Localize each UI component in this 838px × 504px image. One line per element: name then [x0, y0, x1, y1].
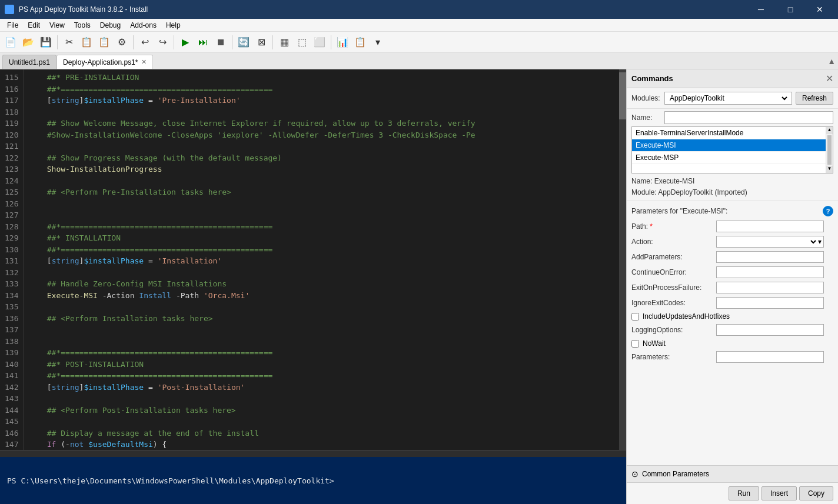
- toolbar-script1[interactable]: 📊: [334, 34, 351, 51]
- cmd-list-scroll[interactable]: ▲ ▼: [826, 127, 833, 173]
- line-numbers: 115 116 117 118 119 120 121 122 123 124 …: [0, 69, 24, 450]
- toolbar-layout2[interactable]: ⬚: [294, 34, 310, 51]
- cmd-scroll-down[interactable]: ▼: [826, 166, 833, 173]
- param-continueonerror-input[interactable]: [716, 266, 824, 278]
- terminal-prompt: PS C:\Users\theje\Documents\WindowsPower…: [7, 476, 334, 485]
- menu-help[interactable]: Help: [161, 20, 185, 31]
- toolbar: 📄 📂 💾 ✂ 📋 📋 ⚙ ↩ ↪ ▶ ⏭ ⏹ 🔄 ⊠ ▦ ⬚ ⬜ 📊 📋 ▾: [0, 32, 838, 53]
- code-content[interactable]: ##* PRE-INSTALLATION ##*================…: [24, 69, 619, 450]
- common-params-chevron: ⊙: [631, 469, 639, 479]
- param-ignoreexitcodes-row: IgnoreExitCodes:: [627, 295, 838, 311]
- cmd-scroll-up[interactable]: ▲: [826, 127, 833, 134]
- content-row: 115 116 117 118 119 120 121 122 123 124 …: [0, 69, 838, 504]
- param-includeupdates-checkbox[interactable]: [631, 313, 639, 321]
- toolbar-open[interactable]: 📂: [20, 34, 36, 51]
- toolbar-redo[interactable]: ↪: [154, 34, 171, 51]
- panel-title: Commands: [631, 74, 673, 83]
- param-parameters-label: Parameters:: [631, 353, 714, 361]
- cmd-item-0[interactable]: Enable-TerminalServerInstallMode: [632, 127, 833, 139]
- param-exitonprocessfailure-input[interactable]: [716, 282, 824, 293]
- terminal: PS C:\Users\theje\Documents\WindowsPower…: [0, 457, 626, 504]
- param-action-select[interactable]: ▾: [716, 236, 824, 248]
- toolbar-copy[interactable]: 📋: [78, 34, 95, 51]
- insert-button[interactable]: Insert: [761, 486, 797, 500]
- param-includeupdates-label: IncludeUpdatesAndHotfixes: [643, 312, 730, 321]
- common-params-label: Common Parameters: [642, 470, 709, 478]
- cmd-item-2[interactable]: Execute-MSP: [632, 152, 833, 164]
- toolbar-undo[interactable]: ↩: [137, 34, 153, 51]
- param-loggingoptions-input[interactable]: [716, 324, 824, 336]
- menu-debug[interactable]: Debug: [95, 20, 125, 31]
- tab-untitled-label: Untitled1.ps1: [9, 58, 50, 66]
- toolbar-sep4: [232, 35, 232, 49]
- help-button[interactable]: ?: [823, 206, 833, 216]
- toolbar-debug2[interactable]: ⊠: [253, 34, 270, 51]
- param-addparams-row: AddParameters:: [627, 249, 838, 265]
- modules-label: Modules:: [631, 94, 661, 102]
- toolbar-debug1[interactable]: 🔄: [235, 34, 252, 51]
- toolbar-layout1[interactable]: ▦: [276, 34, 292, 51]
- toolbar-script2[interactable]: 📋: [352, 34, 368, 51]
- restore-button[interactable]: □: [777, 0, 804, 19]
- toolbar-run[interactable]: ▶: [177, 34, 194, 51]
- param-parameters-row: Parameters:: [627, 349, 838, 365]
- toolbar-run-sel[interactable]: ⏭: [195, 34, 211, 51]
- cmd-item-1[interactable]: Execute-MSI: [632, 139, 833, 152]
- param-nowait-label: NoWait: [643, 339, 666, 348]
- param-nowait-row: NoWait: [627, 338, 838, 349]
- close-button[interactable]: ✕: [806, 0, 833, 19]
- cmd-scroll-thumb[interactable]: [827, 135, 832, 165]
- menu-addons[interactable]: Add-ons: [125, 20, 161, 31]
- code-lines-wrap: 115 116 117 118 119 120 121 122 123 124 …: [0, 69, 619, 450]
- modules-dropdown[interactable]: AppDeployToolkit: [667, 94, 789, 103]
- menu-tools[interactable]: Tools: [69, 20, 95, 31]
- tab-deploy-label: Deploy-Application.ps1*: [63, 58, 138, 66]
- common-parameters-bar[interactable]: ⊙ Common Parameters: [627, 465, 838, 482]
- toolbar-more[interactable]: ▾: [370, 34, 386, 51]
- param-action-dropdown[interactable]: [719, 237, 818, 246]
- toolbar-cut[interactable]: ✂: [61, 34, 77, 51]
- param-addparams-input[interactable]: [716, 251, 824, 263]
- editor-column: 115 116 117 118 119 120 121 122 123 124 …: [0, 69, 626, 504]
- param-continueonerror-label: ContinueOnError:: [631, 268, 714, 276]
- toolbar-layout3[interactable]: ⬜: [311, 34, 328, 51]
- param-loggingoptions-row: LoggingOptions:: [627, 322, 838, 338]
- info-block: Name: Execute-MSI Module: AppDeployToolk…: [627, 173, 838, 201]
- menu-view[interactable]: View: [45, 20, 69, 31]
- code-area[interactable]: 115 116 117 118 119 120 121 122 123 124 …: [0, 69, 626, 450]
- minimize-button[interactable]: ─: [747, 0, 774, 19]
- module-info: Module: AppDeployToolkit (Imported): [631, 187, 833, 198]
- toolbar-stop[interactable]: ⏹: [212, 34, 229, 51]
- toolbar-paste[interactable]: 📋: [96, 34, 112, 51]
- name-input[interactable]: [664, 111, 833, 124]
- param-path-label: Path: *: [631, 222, 714, 231]
- param-loggingoptions-label: LoggingOptions:: [631, 326, 714, 334]
- param-parameters-input[interactable]: [716, 351, 824, 363]
- param-ignoreexitcodes-input[interactable]: [716, 297, 824, 309]
- toolbar-save[interactable]: 💾: [38, 34, 54, 51]
- modules-select[interactable]: AppDeployToolkit: [664, 92, 792, 105]
- toolbar-clear[interactable]: ⚙: [114, 34, 130, 51]
- panel-close-button[interactable]: ✕: [826, 73, 833, 84]
- tab-deploy-close[interactable]: ✕: [141, 58, 147, 66]
- editor-vscroll[interactable]: [619, 69, 626, 450]
- copy-button[interactable]: Copy: [799, 486, 833, 500]
- tab-bar: Untitled1.ps1 Deploy-Application.ps1* ✕ …: [0, 53, 838, 69]
- menu-edit[interactable]: Edit: [23, 20, 45, 31]
- run-button[interactable]: Run: [729, 486, 759, 500]
- tab-scroll-up[interactable]: ▲: [827, 56, 836, 66]
- param-nowait-checkbox[interactable]: [631, 340, 639, 348]
- menu-file[interactable]: File: [2, 20, 23, 31]
- tab-untitled[interactable]: Untitled1.ps1: [2, 55, 56, 69]
- toolbar-sep6: [331, 35, 331, 49]
- editor-hscroll[interactable]: [0, 450, 626, 457]
- refresh-button[interactable]: Refresh: [796, 92, 833, 105]
- tab-deploy[interactable]: Deploy-Application.ps1* ✕: [56, 55, 153, 69]
- toolbar-new[interactable]: 📄: [2, 34, 19, 51]
- toolbar-sep2: [133, 35, 134, 49]
- param-path-input[interactable]: [716, 221, 824, 232]
- app-icon: [5, 5, 14, 14]
- vscroll-thumb[interactable]: [619, 72, 626, 119]
- param-exitonprocessfailure-row: ExitOnProcessFailure:: [627, 280, 838, 295]
- parameters-section[interactable]: Parameters for "Execute-MSI": ? Path: * …: [627, 201, 838, 465]
